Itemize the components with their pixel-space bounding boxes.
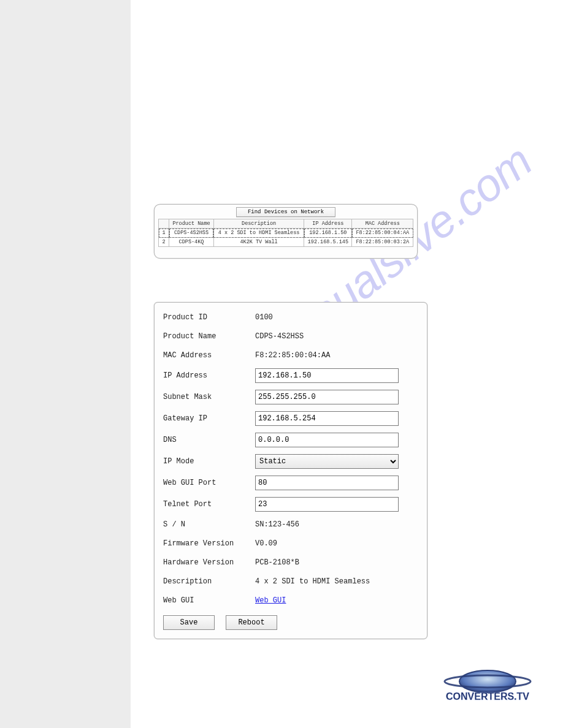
subnet-mask-input[interactable] xyxy=(255,390,399,404)
label-subnet: Subnet Mask xyxy=(163,393,255,401)
gateway-ip-input[interactable] xyxy=(255,411,399,426)
content-area: manualslive.com Find Devices on Network … xyxy=(131,0,563,728)
cell-description: 4K2K TV Wall xyxy=(213,238,304,247)
cell-mac: F8:22:85:00:03:2A xyxy=(352,238,413,247)
label-hw: Hardware Version xyxy=(163,558,255,567)
label-ip-mode: IP Mode xyxy=(163,457,255,466)
value-sn: SN:123-456 xyxy=(255,520,299,529)
value-fw: V0.09 xyxy=(255,539,277,548)
col-description: Description xyxy=(213,219,304,229)
save-button[interactable]: Save xyxy=(163,615,215,630)
col-product-name: Product Name xyxy=(169,219,214,229)
table-row[interactable]: 1 CDPS-4S2HSS 4 x 2 SDI to HDMI Seamless… xyxy=(159,229,413,238)
cell-product-name: CDPS-4KQ xyxy=(169,238,214,247)
label-product-name: Product Name xyxy=(163,332,255,341)
label-fw: Firmware Version xyxy=(163,539,255,548)
value-desc: 4 x 2 SDI to HDMI Seamless xyxy=(255,577,370,586)
col-index xyxy=(159,219,169,229)
value-product-name: CDPS-4S2HSS xyxy=(255,332,304,341)
find-devices-button[interactable]: Find Devices on Network xyxy=(236,207,335,217)
value-hw: PCB-2108*B xyxy=(255,558,299,567)
label-web-port: Web GUI Port xyxy=(163,479,255,487)
device-details-card: Product ID 0100 Product Name CDPS-4S2HSS… xyxy=(154,302,427,639)
table-header-row: Product Name Description IP Address MAC … xyxy=(159,219,413,229)
logo-icon: CONVERTERS.TV xyxy=(429,668,546,706)
web-gui-link[interactable]: Web GUI xyxy=(255,596,286,605)
sidebar xyxy=(0,0,131,728)
col-ip-address: IP Address xyxy=(304,219,352,229)
cell-index: 1 xyxy=(159,229,169,238)
label-telnet-port: Telnet Port xyxy=(163,500,255,509)
cell-ip: 192.168.5.145 xyxy=(304,238,352,247)
label-sn: S / N xyxy=(163,520,255,529)
telnet-port-input[interactable] xyxy=(255,497,399,512)
ip-address-input[interactable] xyxy=(255,368,399,383)
label-gateway: Gateway IP xyxy=(163,414,255,423)
value-product-id: 0100 xyxy=(255,313,273,322)
ip-mode-select[interactable]: Static xyxy=(255,454,399,469)
table-row[interactable]: 2 CDPS-4KQ 4K2K TV Wall 192.168.5.145 F8… xyxy=(159,238,413,247)
label-web-gui: Web GUI xyxy=(163,596,255,605)
value-mac: F8:22:85:00:04:AA xyxy=(255,351,330,360)
devices-table: Product Name Description IP Address MAC … xyxy=(158,219,413,247)
logo-text: CONVERTERS.TV xyxy=(446,691,529,702)
reboot-button[interactable]: Reboot xyxy=(226,615,277,630)
label-dns: DNS xyxy=(163,436,255,444)
web-gui-port-input[interactable] xyxy=(255,476,399,490)
cell-ip: 192.168.1.50 xyxy=(304,229,352,238)
converters-tv-logo: CONVERTERS.TV xyxy=(429,668,546,706)
cell-mac: F8:22:85:00:04:AA xyxy=(352,229,413,238)
label-desc: Description xyxy=(163,577,255,586)
label-ip: IP Address xyxy=(163,371,255,380)
label-product-id: Product ID xyxy=(163,313,255,322)
cell-description: 4 x 2 SDI to HDMI Seamless xyxy=(213,229,304,238)
dns-input[interactable] xyxy=(255,433,399,447)
col-mac-address: MAC Address xyxy=(352,219,413,229)
cell-product-name: CDPS-4S2HSS xyxy=(169,229,214,238)
cell-index: 2 xyxy=(159,238,169,247)
label-mac: MAC Address xyxy=(163,351,255,360)
svg-point-0 xyxy=(459,670,516,692)
devices-panel: Find Devices on Network Product Name Des… xyxy=(154,204,418,259)
